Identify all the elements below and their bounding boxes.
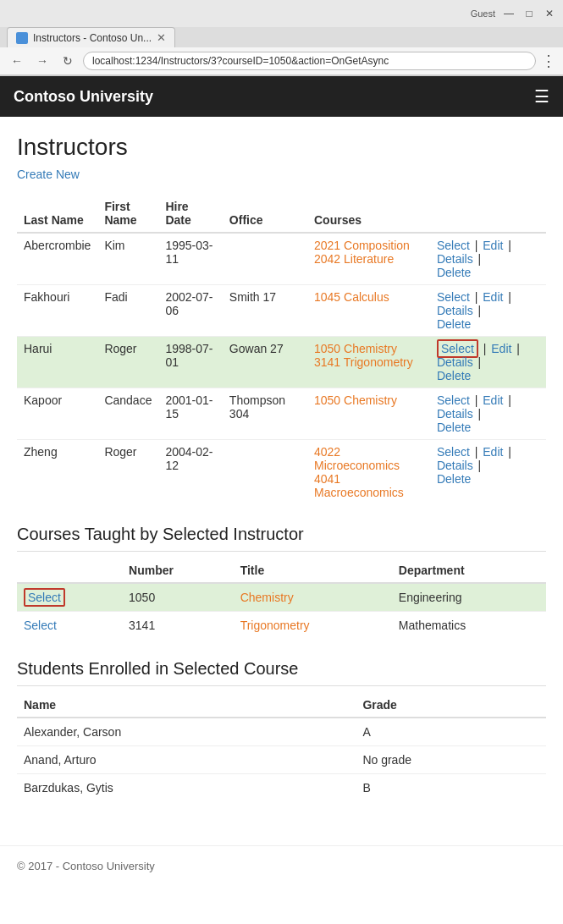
site-title: Contoso University — [14, 88, 153, 106]
col-hire-date: HireDate — [158, 195, 222, 233]
refresh-button[interactable]: ↻ — [58, 51, 78, 71]
edit-link[interactable]: Edit — [483, 445, 503, 459]
table-row: Select 3141 Trigonometry Mathematics — [17, 612, 546, 640]
cell-last-name: Kapoor — [17, 388, 97, 440]
table-row: Zheng Roger 2004-02-12 4022 Microeconomi… — [17, 440, 546, 505]
create-new-link[interactable]: Create New — [17, 168, 80, 181]
cell-last-name: Harui — [17, 337, 97, 388]
user-label: Guest — [471, 8, 495, 19]
select-link[interactable]: Select — [437, 239, 470, 252]
cell-select: Select — [17, 612, 122, 640]
cell-student-name: Anand, Arturo — [17, 746, 356, 774]
table-row: Select 1050 Chemistry Engineering — [17, 583, 546, 612]
select-link[interactable]: Select — [437, 290, 470, 304]
select-link[interactable]: Select — [437, 445, 470, 459]
cell-title: Chemistry — [234, 583, 392, 612]
delete-link[interactable]: Delete — [437, 369, 471, 382]
nav-header: Contoso University ☰ — [0, 76, 563, 117]
cell-courses: 1050 Chemistry3141 Trigonometry — [307, 337, 430, 388]
more-options-button[interactable]: ⋮ — [541, 52, 556, 70]
footer-text: © 2017 - Contoso University — [17, 860, 155, 872]
courses-section-title: Courses Taught by Selected Instructor — [17, 525, 546, 552]
browser-tab[interactable]: Instructors - Contoso Un... ✕ — [7, 27, 175, 47]
delete-link[interactable]: Delete — [437, 317, 471, 331]
course-select-link[interactable]: Select — [24, 619, 57, 632]
minimize-button[interactable]: — — [502, 7, 516, 20]
cell-office: Smith 17 — [223, 285, 307, 337]
page-title: Instructors — [17, 134, 546, 161]
delete-link[interactable]: Delete — [437, 421, 471, 434]
courses-col-title: Title — [234, 558, 392, 583]
address-bar: ← → ↻ ⋮ — [0, 47, 563, 75]
courses-header-row: Number Title Department — [17, 558, 546, 583]
details-link[interactable]: Details — [437, 459, 473, 472]
footer: © 2017 - Contoso University — [0, 845, 563, 886]
cell-last-name: Fakhouri — [17, 285, 97, 337]
cell-student-grade: No grade — [356, 746, 546, 774]
title-bar: Guest — □ ✕ — [0, 0, 563, 27]
students-header-row: Name Grade — [17, 693, 546, 718]
forward-button[interactable]: → — [32, 51, 52, 71]
tab-favicon — [16, 32, 28, 44]
edit-link[interactable]: Edit — [491, 342, 511, 355]
cell-title: Trigonometry — [234, 612, 392, 640]
cell-hire-date: 2001-01-15 — [158, 388, 222, 440]
cell-actions: Select | Edit | Details | Delete — [430, 388, 546, 440]
table-row: Abercrombie Kim 1995-03-11 2021 Composit… — [17, 233, 546, 285]
cell-actions: Select | Edit | Details | Delete — [430, 440, 546, 505]
tab-close-button[interactable]: ✕ — [157, 31, 166, 44]
students-col-grade: Grade — [356, 693, 546, 718]
table-row: Harui Roger 1998-07-01 Gowan 27 1050 Che… — [17, 337, 546, 388]
edit-link[interactable]: Edit — [483, 290, 503, 304]
table-row: Alexander, Carson A — [17, 718, 546, 746]
close-button[interactable]: ✕ — [543, 7, 556, 20]
delete-link[interactable]: Delete — [437, 472, 471, 486]
cell-actions: Select | Edit | Details | Delete — [430, 337, 546, 388]
delete-link[interactable]: Delete — [437, 266, 471, 279]
tab-title: Instructors - Contoso Un... — [33, 32, 152, 44]
cell-student-grade: A — [356, 718, 546, 746]
main-content: Instructors Create New Last Name FirstNa… — [0, 117, 563, 839]
browser-chrome: Guest — □ ✕ Instructors - Contoso Un... … — [0, 0, 563, 76]
window-controls: Guest — □ ✕ — [471, 7, 556, 20]
col-actions — [430, 195, 546, 233]
cell-courses: 1050 Chemistry — [307, 388, 430, 440]
cell-first-name: Kim — [97, 233, 158, 285]
cell-department: Engineering — [392, 583, 546, 612]
cell-courses: 1045 Calculus — [307, 285, 430, 337]
details-link[interactable]: Details — [437, 252, 473, 266]
cell-first-name: Roger — [97, 440, 158, 505]
courses-table: Number Title Department Select 1050 Chem… — [17, 558, 546, 639]
cell-student-name: Alexander, Carson — [17, 718, 356, 746]
cell-courses: 2021 Composition2042 Literature — [307, 233, 430, 285]
url-input[interactable] — [83, 52, 536, 70]
edit-link[interactable]: Edit — [483, 393, 503, 407]
col-first-name: FirstName — [97, 195, 158, 233]
cell-select: Select — [17, 583, 122, 612]
table-row: Barzdukas, Gytis B — [17, 774, 546, 802]
cell-last-name: Abercrombie — [17, 233, 97, 285]
details-link[interactable]: Details — [437, 407, 473, 421]
select-link[interactable]: Select — [437, 393, 470, 407]
back-button[interactable]: ← — [7, 51, 27, 71]
hamburger-menu[interactable]: ☰ — [534, 86, 549, 107]
courses-section: Courses Taught by Selected Instructor Nu… — [17, 525, 546, 639]
cell-last-name: Zheng — [17, 440, 97, 505]
maximize-button[interactable]: □ — [522, 7, 536, 20]
col-courses: Courses — [307, 195, 430, 233]
cell-first-name: Candace — [97, 388, 158, 440]
col-last-name: Last Name — [17, 195, 97, 233]
cell-number: 3141 — [122, 612, 234, 640]
cell-student-name: Barzdukas, Gytis — [17, 774, 356, 802]
students-col-name: Name — [17, 693, 356, 718]
students-table: Name Grade Alexander, Carson A Anand, Ar… — [17, 693, 546, 801]
details-link[interactable]: Details — [437, 355, 473, 369]
edit-link[interactable]: Edit — [483, 239, 503, 252]
cell-first-name: Roger — [97, 337, 158, 388]
table-row: Kapoor Candace 2001-01-15 Thompson 304 1… — [17, 388, 546, 440]
details-link[interactable]: Details — [437, 304, 473, 317]
course-select-link[interactable]: Select — [24, 588, 65, 607]
tab-bar: Instructors - Contoso Un... ✕ — [0, 27, 563, 47]
cell-actions: Select | Edit | Details | Delete — [430, 285, 546, 337]
cell-courses: 4022 Microeconomics4041 Macroeconomics — [307, 440, 430, 505]
